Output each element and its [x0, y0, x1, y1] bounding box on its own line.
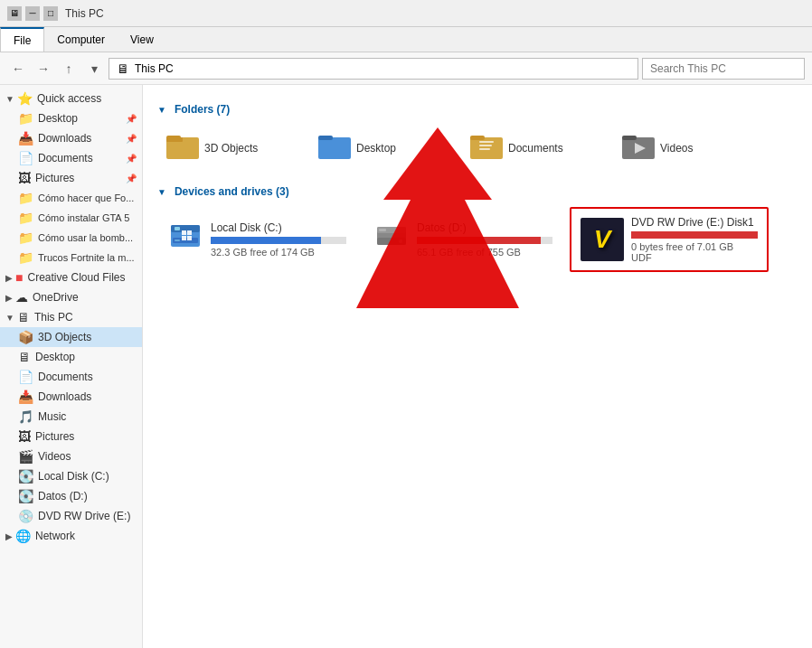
creative-cloud-icon: ■	[15, 270, 23, 285]
drive-e-name: DVD RW Drive (E:) Disk1	[631, 216, 758, 229]
folder-videos[interactable]: Videos	[613, 125, 758, 171]
sidebar-item-documents2[interactable]: 📄 Documents	[0, 367, 142, 387]
chevron-down-icon2: ▼	[5, 313, 14, 323]
drive-e[interactable]: DVD RW Drive (E:) Disk1 0 bytes free of …	[570, 207, 769, 272]
svg-rect-17	[175, 239, 180, 241]
folder-icon6: 📁	[18, 211, 33, 225]
sidebar-item-trucos[interactable]: 📁 Trucos Fortnite la m...	[0, 248, 142, 268]
menu-tab-computer[interactable]: Computer	[44, 27, 118, 52]
folder-icon5: 📁	[18, 191, 33, 205]
sidebar-quick-access[interactable]: ▼ ⭐ Quick access	[0, 89, 142, 108]
videos-icon: 🎬	[18, 449, 33, 464]
back-button[interactable]: ←	[7, 58, 29, 80]
content-area: ▼ Folders (7) 3D Objects Desktop	[143, 85, 812, 648]
music-icon: 🎵	[18, 409, 33, 424]
pin-icon4: 📌	[126, 174, 137, 183]
forward-button[interactable]: →	[33, 58, 54, 80]
sidebar-creative-cloud[interactable]: ▶ ■ Creative Cloud Files	[0, 268, 142, 287]
star-icon: ⭐	[17, 91, 33, 106]
sidebar-item-music[interactable]: 🎵 Music	[0, 407, 142, 427]
address-bar-path: This PC	[135, 62, 174, 75]
pictures-icon2: 🖼	[18, 429, 31, 444]
folder-icon7: 📁	[18, 230, 33, 245]
sidebar-item-pictures[interactable]: 🖼 Pictures 📌	[0, 168, 142, 188]
sidebar-item-pictures2[interactable]: 🖼 Pictures	[0, 427, 142, 446]
drive-e-icon	[581, 218, 624, 261]
sidebar-item-videos[interactable]: 🎬 Videos	[0, 446, 142, 466]
folder-3d-icon	[166, 130, 199, 165]
sidebar-network[interactable]: ▶ 🌐 Network	[0, 526, 142, 546]
chevron-down-icon4: ▼	[157, 187, 166, 197]
hdd-icon2: 💽	[18, 489, 33, 503]
documents-icon2: 📄	[18, 370, 33, 384]
address-bar: 🖥 This PC	[109, 58, 638, 80]
pin-icon3: 📌	[126, 154, 137, 164]
svg-rect-19	[187, 230, 192, 235]
sidebar-item-como2[interactable]: 📁 Cómo instalar GTA 5	[0, 208, 142, 228]
folder-3dobjects-name: 3D Objects	[204, 142, 258, 155]
sidebar-onedrive[interactable]: ▶ ☁ OneDrive	[0, 287, 142, 307]
sidebar-item-como1[interactable]: 📁 Cómo hacer que Fo...	[0, 188, 142, 208]
sidebar: ▼ ⭐ Quick access 📁 Desktop 📌 📥 Downloads…	[0, 85, 143, 648]
sidebar-item-como3[interactable]: 📁 Cómo usar la bomb...	[0, 228, 142, 248]
pictures-folder-icon: 🖼	[18, 171, 31, 185]
main-layout: ▼ ⭐ Quick access 📁 Desktop 📌 📥 Downloads…	[0, 85, 812, 648]
drive-e-bar	[631, 231, 758, 239]
downloads-icon2: 📥	[18, 390, 33, 404]
sidebar-item-desktop[interactable]: 📁 Desktop 📌	[0, 108, 142, 128]
3dobjects-icon: 📦	[18, 330, 33, 344]
chevron-right-icon: ▶	[5, 273, 13, 283]
system-icon: 🖥	[7, 6, 22, 21]
drive-e-info: DVD RW Drive (E:) Disk1 0 bytes free of …	[631, 216, 758, 263]
svg-rect-11	[622, 136, 637, 140]
red-arrow	[302, 109, 573, 317]
pin-icon: 📌	[126, 114, 137, 124]
search-input[interactable]	[642, 58, 805, 80]
title-bar: 🖥 ─ □ This PC	[0, 0, 812, 27]
sidebar-item-3dobjects[interactable]: 📦 3D Objects	[0, 327, 142, 347]
folder-3dobjects[interactable]: 3D Objects	[157, 125, 302, 171]
sidebar-item-downloads[interactable]: 📥 Downloads 📌	[0, 128, 142, 148]
svg-rect-20	[182, 236, 186, 240]
svg-rect-15	[175, 227, 180, 230]
chevron-down-icon: ▼	[5, 94, 14, 104]
hdd-icon: 💽	[18, 469, 33, 484]
drive-e-bar-container	[631, 231, 758, 239]
desktop-icon: 🖥	[18, 350, 31, 364]
chevron-right-icon3: ▶	[5, 531, 13, 541]
menu-tab-view[interactable]: View	[118, 27, 166, 52]
menu-tab-file[interactable]: File	[0, 27, 44, 52]
drive-c-icon	[167, 218, 203, 261]
folder-icon: 📁	[18, 111, 33, 126]
sidebar-item-datosD[interactable]: 💽 Datos (D:)	[0, 486, 142, 506]
title-bar-controls: 🖥 ─ □	[7, 6, 58, 21]
recent-locations-button[interactable]: ▾	[83, 58, 105, 80]
download-folder-icon: 📥	[18, 131, 33, 146]
svg-rect-18	[182, 230, 186, 235]
network-label: Network	[35, 530, 75, 542]
folder-videos-icon	[622, 130, 655, 165]
this-pc-icon: 🖥	[117, 61, 129, 76]
sidebar-item-documents[interactable]: 📄 Documents 📌	[0, 148, 142, 168]
minimize-icon[interactable]: ─	[25, 6, 40, 21]
sidebar-this-pc[interactable]: ▼ 🖥 This PC	[0, 307, 142, 327]
sidebar-item-desktop2[interactable]: 🖥 Desktop	[0, 347, 142, 367]
svg-marker-27	[356, 127, 519, 308]
folders-section-title: Folders (7)	[175, 103, 230, 116]
maximize-icon[interactable]: □	[43, 6, 58, 21]
drive-e-detail2: UDF	[631, 252, 758, 263]
sidebar-item-downloads2[interactable]: 📥 Downloads	[0, 387, 142, 407]
quick-access-label: Quick access	[37, 92, 101, 105]
drives-section-title: Devices and drives (3)	[175, 185, 289, 198]
sidebar-item-localC[interactable]: 💽 Local Disk (C:)	[0, 466, 142, 486]
folder-icon8: 📁	[18, 250, 33, 265]
up-button[interactable]: ↑	[58, 58, 80, 80]
onedrive-icon: ☁	[15, 290, 28, 305]
toolbar: ← → ↑ ▾ 🖥 This PC	[0, 52, 812, 85]
sidebar-item-dvdE[interactable]: 💿 DVD RW Drive (E:)	[0, 506, 142, 526]
title-bar-text: This PC	[65, 7, 104, 20]
svg-rect-2	[166, 136, 181, 140]
computer-icon: 🖥	[17, 310, 30, 324]
this-pc-sidebar-label: This PC	[34, 311, 73, 324]
creative-cloud-label: Creative Cloud Files	[27, 271, 125, 284]
